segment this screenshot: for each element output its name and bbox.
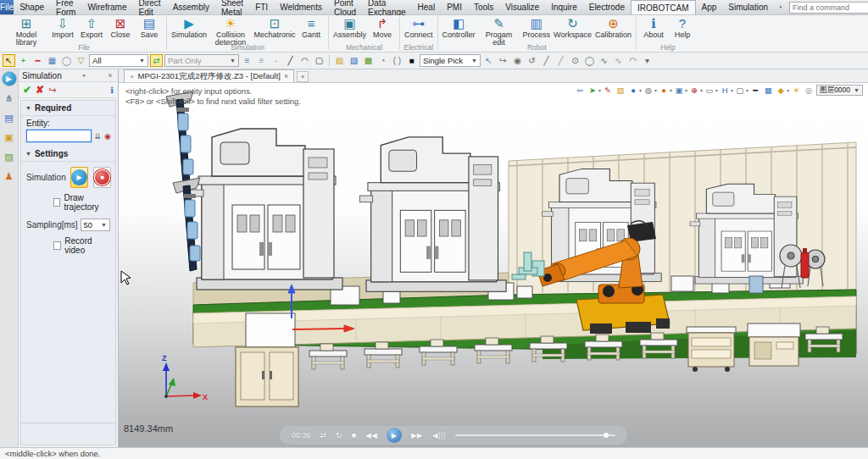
- section-icon[interactable]: H ▾: [720, 86, 733, 95]
- volume-knob[interactable]: [604, 433, 609, 438]
- brackets-icon[interactable]: ( ): [391, 54, 403, 67]
- simulation-stop-button[interactable]: ■: [93, 167, 111, 188]
- menu-item[interactable]: Data Exchange: [362, 0, 411, 14]
- line2-snap-icon[interactable]: ╱: [554, 54, 567, 67]
- rotate-target-icon[interactable]: ⊕ ▾: [689, 86, 703, 95]
- file-menu-button[interactable]: File: [0, 0, 14, 14]
- render-ball-icon[interactable]: ● ▾: [659, 86, 672, 95]
- pattern-green-icon[interactable]: ▩: [362, 54, 375, 67]
- package-rail-icon[interactable]: ▣: [2, 130, 17, 145]
- shade-box-icon[interactable]: ▧: [615, 86, 626, 95]
- draw-trajectory-checkbox[interactable]: [53, 198, 60, 207]
- blue-bin[interactable]: [749, 276, 763, 293]
- menu-item[interactable]: FTI: [249, 0, 274, 14]
- layer-combo[interactable]: 图层0000▼: [816, 85, 863, 96]
- arc-snap-icon[interactable]: ◠: [626, 54, 639, 67]
- menu-item[interactable]: Weldments: [274, 0, 328, 14]
- display-monitor-icon[interactable]: ▢ ▾: [735, 86, 748, 95]
- bulb-icon[interactable]: ☀: [791, 86, 802, 95]
- cancel-button[interactable]: ✘: [36, 84, 44, 96]
- chain-pick-icon[interactable]: ↪: [497, 54, 509, 67]
- image-rail-icon[interactable]: ▨: [2, 149, 17, 164]
- center-snap-icon[interactable]: ⊙: [569, 54, 581, 67]
- list-collapse-icon[interactable]: ≡: [255, 54, 268, 67]
- menu-item[interactable]: Direct Edit: [133, 0, 167, 14]
- background-image-icon[interactable]: ▣ ▾: [674, 86, 687, 95]
- sync-icon[interactable]: ◔: [774, 3, 786, 12]
- grid-pick-icon[interactable]: ▦: [46, 54, 58, 67]
- add-pick-icon[interactable]: +: [17, 54, 30, 67]
- apply-button[interactable]: ↪: [48, 85, 56, 96]
- gantt-button[interactable]: ≡ Gantt: [297, 16, 326, 40]
- red-canister[interactable]: [801, 248, 809, 278]
- panel-blue-icon[interactable]: ▦: [763, 86, 774, 95]
- menu-item[interactable]: Heal: [412, 0, 442, 14]
- shuffle-icon[interactable]: ⇄: [320, 431, 327, 440]
- forward-icon[interactable]: ▶▶: [411, 431, 423, 440]
- voice-input-icon[interactable]: ◉: [103, 132, 112, 141]
- rewind-icon[interactable]: ◀◀: [365, 431, 377, 440]
- volume-icon[interactable]: ◀))): [432, 431, 446, 440]
- close-button[interactable]: ⊠ Close: [106, 16, 135, 40]
- controller-button[interactable]: ◧ Controller: [441, 16, 477, 40]
- face-filter-icon[interactable]: ◠: [298, 54, 311, 67]
- machine-tree-rail-icon[interactable]: ⋔: [2, 91, 17, 106]
- menu-item[interactable]: Sheet Metal: [215, 0, 249, 14]
- menu-item[interactable]: Electrode: [583, 0, 631, 14]
- pick-mode-combo[interactable]: Single Pick▼: [420, 54, 481, 67]
- pick-list-chevron-icon[interactable]: ⇊: [93, 132, 102, 141]
- ring-icon[interactable]: ◎: [804, 86, 815, 95]
- menu-item[interactable]: Simulation: [722, 0, 774, 14]
- exit-environment-icon[interactable]: ⇦: [575, 86, 586, 95]
- connect-button[interactable]: ⊶ Connect: [403, 16, 435, 40]
- menu-item[interactable]: Assembly: [167, 0, 215, 14]
- pick-cursor-icon[interactable]: ↖: [3, 54, 15, 67]
- calibration-button[interactable]: ⊕ Calibration: [593, 16, 633, 40]
- process-button[interactable]: ▥ Process: [521, 16, 553, 40]
- work-cart[interactable]: [748, 324, 800, 366]
- panel-close-icon[interactable]: ×: [106, 71, 114, 80]
- menu-item[interactable]: PMI: [441, 0, 468, 14]
- settings-section-header[interactable]: ▼Settings: [21, 147, 115, 162]
- play-icon[interactable]: ▶: [387, 428, 402, 443]
- viewport-canvas[interactable]: Z X <right-click> for entity input optio…: [119, 83, 868, 447]
- curve-snap-icon[interactable]: ∿: [612, 54, 625, 67]
- tool-cart[interactable]: [687, 327, 736, 372]
- mechatronic-button[interactable]: ⊡ Mechatronic: [253, 16, 297, 40]
- pattern-blue-icon[interactable]: ▨: [348, 54, 360, 67]
- menu-item[interactable]: Wireframe: [81, 0, 132, 14]
- record-video-checkbox[interactable]: [53, 241, 61, 250]
- scope-combo[interactable]: Part Only▼: [164, 54, 239, 67]
- new-tab-button[interactable]: +: [297, 71, 309, 82]
- exit-person-rail-icon[interactable]: ♟: [2, 169, 17, 184]
- select-arrow-icon[interactable]: ↖: [482, 54, 495, 67]
- menu-item[interactable]: Free Form: [50, 0, 81, 14]
- body-filter-icon[interactable]: ▢: [313, 54, 326, 67]
- command-search-input[interactable]: [790, 3, 868, 12]
- layers-rail-icon[interactable]: ▤: [2, 110, 17, 125]
- about-button[interactable]: ℹ About: [639, 16, 668, 40]
- more-snaps-icon[interactable]: ▾: [641, 54, 654, 67]
- menu-item[interactable]: Tools: [468, 0, 499, 14]
- required-section-header[interactable]: ▼Required: [21, 101, 115, 116]
- volume-slider[interactable]: [455, 434, 615, 436]
- cnc-machine-1[interactable]: [190, 129, 342, 290]
- cnc-machine-2[interactable]: [359, 137, 506, 291]
- view-orientation-icon[interactable]: ➤ ▾: [587, 86, 601, 95]
- shaded-sphere-icon[interactable]: ● ▾: [628, 86, 642, 95]
- viewport-layout-icon[interactable]: ▭ ▾: [704, 86, 718, 95]
- history-clock-icon[interactable]: ◔: [376, 54, 389, 67]
- entity-input[interactable]: [26, 130, 92, 142]
- tab-close-icon[interactable]: ×: [284, 72, 288, 80]
- sketch-pencil-icon[interactable]: ✎: [603, 86, 614, 95]
- simulation-play-button[interactable]: ▶: [70, 167, 88, 188]
- pattern-gold-icon[interactable]: ▧: [333, 54, 346, 67]
- menu-item[interactable]: Point Cloud: [328, 0, 362, 14]
- assembly-button[interactable]: ▣ Assembly: [331, 16, 368, 40]
- remove-pick-icon[interactable]: ━: [31, 54, 44, 67]
- menu-item[interactable]: Shape: [14, 0, 50, 14]
- info-icon[interactable]: ℹ: [110, 86, 114, 95]
- filter-icon[interactable]: ▽: [75, 54, 87, 67]
- export-button[interactable]: ⇧ Export: [77, 16, 106, 40]
- scope-swap-icon[interactable]: ⇄: [150, 54, 163, 67]
